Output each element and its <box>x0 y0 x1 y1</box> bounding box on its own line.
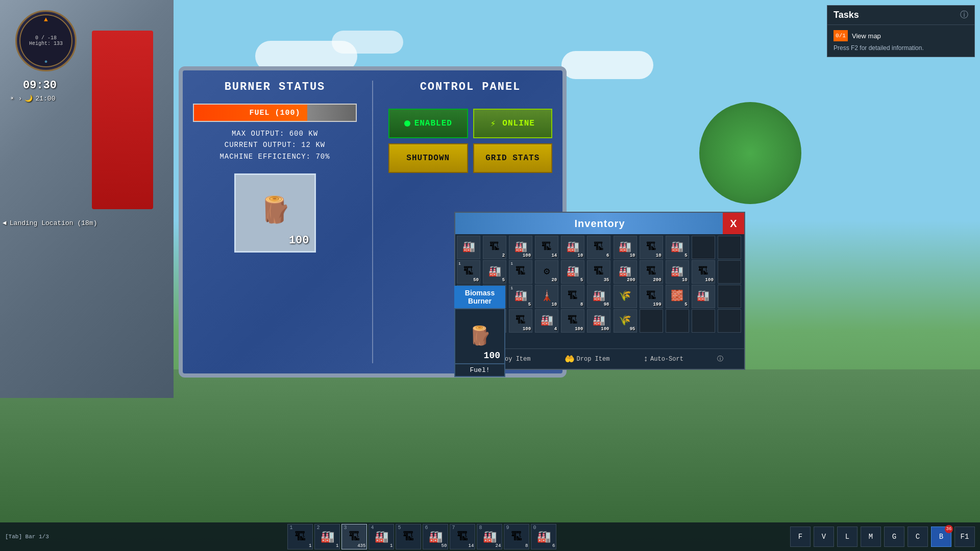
enabled-label: ENABLED <box>414 119 452 128</box>
hotbar-slots: 1 🏗 1 2 🏭 1 3 🏗 435 4 🏭 1 5 🏗 6 🏭 50 <box>54 524 790 549</box>
inv-slot-2-5[interactable]: 🏭5 <box>561 260 584 284</box>
hotbar-slot-8[interactable]: 8 🏭 24 <box>477 524 502 549</box>
inv-slot-4-11[interactable] <box>718 309 741 333</box>
inventory-info-button[interactable]: ⓘ <box>717 355 723 363</box>
inv-slot-1-3[interactable]: 🏭100 <box>509 236 532 259</box>
inv-slot-4-3[interactable]: 🏗100 <box>509 309 532 333</box>
inv-slot-3-4[interactable]: 🗼10 <box>535 285 558 308</box>
landing-location: ◄ Landing Location (18m) <box>3 219 97 227</box>
inv-slot-1-7[interactable]: 🏭10 <box>614 236 637 259</box>
inventory-row-1: 🏭 🏗2 🏭100 🏗14 🏭10 🏗6 🏭10 🏗10 🏭5 <box>457 236 743 259</box>
hotbar-icon-8: 🏭 <box>483 530 497 544</box>
time-current: 09:30 <box>23 79 57 92</box>
hotbar-icon-3: 🏗 <box>349 530 360 544</box>
inv-slot-4-7[interactable]: 🌾95 <box>614 309 637 333</box>
task-badge-1: 0/1 <box>834 30 848 41</box>
inventory-close-button[interactable]: X <box>723 213 744 234</box>
hotbar-btn-m[interactable]: M <box>861 527 881 547</box>
inv-slot-3-5[interactable]: 🏗8 <box>561 285 584 308</box>
hotbar-slot-1[interactable]: 1 🏗 1 <box>287 524 313 549</box>
inv-slot-3-9[interactable]: 🧱5 <box>666 285 689 308</box>
inv-slot-1-8[interactable]: 🏗10 <box>640 236 663 259</box>
fuel-item-icon: 🪵 <box>259 195 291 226</box>
hotbar-icon-5: 🏗 <box>403 530 414 544</box>
max-output: MAX OUTPUT: 600 KW <box>219 128 330 139</box>
inv-slot-1-10[interactable] <box>692 236 715 259</box>
hotbar-label: [Tab] Bar 1/3 <box>0 534 54 540</box>
hotbar-btn-f1[interactable]: F1 <box>954 527 975 547</box>
inv-slot-4-10[interactable] <box>692 309 715 333</box>
inv-slot-4-6[interactable]: 🏭100 <box>587 309 610 333</box>
hotbar-btn-v[interactable]: V <box>814 527 834 547</box>
hotbar-btn-f[interactable]: F <box>790 527 811 547</box>
inv-slot-2-6[interactable]: 🏗35 <box>587 260 610 284</box>
hotbar-icon-6: 🏭 <box>429 530 443 544</box>
enabled-button[interactable]: ENABLED <box>388 109 468 138</box>
inv-slot-1-6[interactable]: 🏗6 <box>587 236 610 259</box>
inv-slot-2-11[interactable] <box>718 260 741 284</box>
hotbar-slot-2[interactable]: 2 🏭 1 <box>314 524 340 549</box>
inv-slot-4-8[interactable] <box>640 309 663 333</box>
cloud-2 <box>332 31 403 54</box>
tooltip-item-icon: 🪵 <box>469 325 492 347</box>
hotbar-btn-b[interactable]: B 36 <box>931 527 951 547</box>
hotbar-slot-7[interactable]: 7 🏗 14 <box>450 524 475 549</box>
inv-slot-1-4[interactable]: 🏗14 <box>535 236 558 259</box>
hotbar-slot-0[interactable]: 0 🏭 6 <box>531 524 556 549</box>
hotbar-btn-l[interactable]: L <box>837 527 857 547</box>
moon-icon: 🌙 <box>24 94 33 103</box>
inv-slot-4-4[interactable]: 🏭4 <box>535 309 558 333</box>
inv-slot-3-6[interactable]: 🏭98 <box>587 285 610 308</box>
inv-slot-1-9[interactable]: 🏭5 <box>666 236 689 259</box>
drop-item-label: Drop Item <box>577 356 610 363</box>
machine-efficiency: MACHINE EFFICIENCY: 70% <box>219 151 330 162</box>
hotbar-slot-9[interactable]: 9 🏗 8 <box>504 524 529 549</box>
inv-slot-4-5[interactable]: 🏗100 <box>561 309 584 333</box>
sort-icon: ↕ <box>643 355 648 364</box>
tasks-body: 0/1 View map Press F2 for detailed infor… <box>827 25 974 57</box>
inv-slot-4-9[interactable] <box>666 309 689 333</box>
autosort-button[interactable]: ↕ Auto-Sort <box>643 355 683 364</box>
inv-slot-2-7[interactable]: 🏭200 <box>614 260 637 284</box>
online-button[interactable]: ⚡ ONLINE <box>473 109 553 138</box>
hotbar-btn-c[interactable]: C <box>908 527 928 547</box>
current-output: CURRENT OUTPUT: 12 KW <box>219 139 330 151</box>
inv-slot-2-9[interactable]: 🏭10 <box>666 260 689 284</box>
shutdown-button[interactable]: SHUTDOWN <box>388 143 468 173</box>
inv-slot-3-8[interactable]: 🏗199 <box>640 285 663 308</box>
drop-item-button[interactable]: 🤲 Drop Item <box>565 354 610 364</box>
inv-slot-3-11[interactable] <box>718 285 741 308</box>
inv-slot-2-8[interactable]: 🏗200 <box>640 260 663 284</box>
inv-slot-3-7[interactable]: 🌾 <box>614 285 637 308</box>
hotbar-slot-6[interactable]: 6 🏭 50 <box>423 524 448 549</box>
inv-slot-1-5[interactable]: 🏭10 <box>561 236 584 259</box>
inv-slot-2-2[interactable]: 🏭5 <box>483 260 506 284</box>
cloud-3 <box>561 51 653 79</box>
hotbar-slot-3[interactable]: 3 🏗 435 <box>341 524 367 549</box>
inv-slot-1-1[interactable]: 🏭 <box>457 236 480 259</box>
inv-slot-3-3[interactable]: 1🏭5 <box>509 285 532 308</box>
inv-slot-2-1[interactable]: 1🏗50 <box>457 260 480 284</box>
hotbar-slot-5[interactable]: 5 🏗 <box>396 524 421 549</box>
hotbar-icon-0: 🏭 <box>537 530 551 544</box>
hotbar-btn-g[interactable]: G <box>884 527 904 547</box>
tooltip-item-count: 100 <box>484 350 500 361</box>
tooltip-item-box: 🪵 100 <box>454 308 505 364</box>
inv-slot-2-4[interactable]: ⚙20 <box>535 260 558 284</box>
hotbar-slot-4[interactable]: 4 🏭 1 <box>369 524 394 549</box>
inv-slot-2-3[interactable]: 1🏗 <box>509 260 532 284</box>
hotbar-icon-2: 🏭 <box>321 530 334 544</box>
inv-slot-1-2[interactable]: 🏗2 <box>483 236 506 259</box>
enabled-indicator <box>404 120 410 127</box>
inv-slot-3-10[interactable]: 🏭 <box>692 285 715 308</box>
fuel-bar: FUEL (100) <box>193 104 357 122</box>
grid-stats-button[interactable]: GRID STATS <box>473 143 553 173</box>
hotbar-icon-4: 🏭 <box>375 530 388 544</box>
inventory-title: Inventory <box>574 218 625 230</box>
task-item-1: 0/1 View map <box>834 30 968 41</box>
hotbar-icon-9: 🏗 <box>511 530 522 544</box>
inv-slot-2-10[interactable]: 🏗100 <box>692 260 715 284</box>
inv-slot-1-11[interactable] <box>718 236 741 259</box>
fuel-bar-container: FUEL (100) <box>193 104 357 122</box>
tasks-info-icon[interactable]: ⓘ <box>960 10 968 20</box>
